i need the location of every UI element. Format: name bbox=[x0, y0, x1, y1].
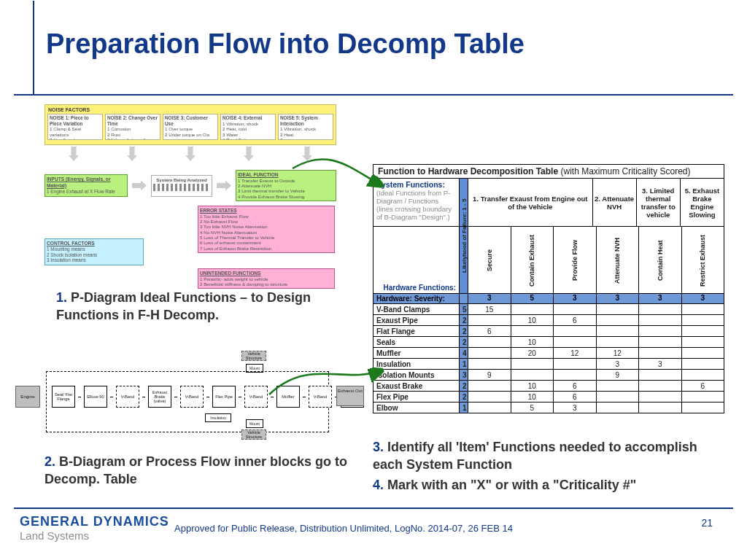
company-logo: GENERAL DYNAMICS Land Systems bbox=[20, 514, 169, 542]
b-diagram-block: V-Band bbox=[116, 386, 139, 408]
title-horizontal-rule bbox=[14, 94, 733, 96]
vehicle-structure-top: Vehicle Structure bbox=[241, 351, 266, 361]
system-box: System Being Analyzed bbox=[151, 175, 212, 197]
b-diagram-block: Seal/ Flat Flange bbox=[52, 386, 75, 408]
noise-factor-cell: NOISE 5: System Interaction1 Vibration, … bbox=[278, 114, 333, 140]
hardware-function-header: Restrict Exhaust bbox=[682, 226, 724, 293]
system-function-header: 3. Limited thermal transfer to vehicle bbox=[637, 178, 681, 226]
severity-cell: 3 bbox=[639, 293, 682, 303]
noise-factor-cell: NOISE 1: Piece to Piece Variation1 Clamp… bbox=[47, 114, 103, 140]
decomposition-table: Function to Hardware Decomposition Table… bbox=[373, 164, 724, 413]
error-states-box: ERROR STATES1 Too little Exhaust Flow 2 … bbox=[198, 206, 335, 253]
p-diagram: NOISE FACTORS NOISE 1: Piece to Piece Va… bbox=[44, 104, 336, 289]
severity-cell: 3 bbox=[468, 293, 511, 303]
page-number: 21 bbox=[701, 517, 713, 529]
b-diagram-block: Exhaust Brake (valve) bbox=[148, 386, 171, 408]
engine-block: Engine bbox=[15, 386, 40, 408]
hardware-function-header: Contain Heat bbox=[639, 226, 682, 293]
table-row: Insulation133 bbox=[374, 358, 724, 369]
likelihood-label: Likelyhood of Failure: 1 - 5 bbox=[459, 179, 469, 292]
table-row: Seals210 bbox=[374, 336, 724, 347]
system-functions-label: System Functions: bbox=[376, 180, 456, 189]
noise-factor-cell: NOISE 4: External1 Vibration, shock2 Hea… bbox=[220, 114, 276, 140]
b-diagram-block: V-Band bbox=[309, 386, 332, 408]
step-1-caption: 1. P-Diagram Ideal Functions – to Design… bbox=[56, 289, 333, 324]
approval-line: Approved for Public Release, Distributio… bbox=[174, 523, 513, 534]
b-diagram-block: V-Band bbox=[244, 386, 268, 408]
ideal-function-box: IDEAL FUNCTION1 Transfer Exaust to Outsi… bbox=[236, 170, 336, 201]
system-function-header: 2. Attenuate NVH bbox=[593, 178, 637, 226]
control-factors-box: CONTROL FACTORS1 Mounting means 2 Shock … bbox=[44, 238, 144, 265]
hardware-functions-label: Hardware Functions: bbox=[374, 226, 460, 293]
hardware-function-header: Provide Flow bbox=[554, 226, 597, 293]
noise-factor-cell: NOISE 3: Customer Use1 Over torque2 Unde… bbox=[163, 114, 218, 140]
table-row: Isolation Mounts399 bbox=[374, 369, 724, 380]
table-row: Exaust Pipe2106 bbox=[374, 314, 724, 325]
noise-factors-box: NOISE FACTORS NOISE 1: Piece to Piece Va… bbox=[44, 104, 336, 145]
step-4-caption: 4. Mark with an "X" or with a "Criticali… bbox=[373, 476, 723, 494]
b-diagram-block: Flex Pipe bbox=[212, 386, 236, 408]
step-2-caption: 2. B-Diagram or Process Flow inner block… bbox=[44, 453, 351, 489]
inputs-box: INPUTS (Energy, Signals, or Material)1 E… bbox=[44, 174, 128, 196]
insulation-block: Insulation bbox=[205, 413, 231, 422]
table-row: Flat Flange26 bbox=[374, 325, 724, 336]
severity-row: Hardware: Severity: 353333 bbox=[374, 293, 724, 303]
mount-bottom: Mount bbox=[246, 419, 263, 428]
hardware-function-header: Attenuate NVH bbox=[597, 226, 640, 293]
severity-cell: 3 bbox=[682, 293, 724, 303]
hardware-function-header: Contain Exhaust bbox=[511, 226, 554, 293]
severity-cell: 3 bbox=[554, 293, 597, 303]
noise-factor-cell: NOISE 2: Change Over Time1 Corrosion2 Ru… bbox=[105, 114, 160, 140]
table-row: Exaust Brake21066 bbox=[374, 380, 724, 391]
b-diagram-block: V-Band bbox=[180, 386, 204, 408]
title-vertical-rule bbox=[33, 1, 34, 94]
b-diagram-block: Elbow 90 bbox=[84, 386, 107, 408]
table-row: Muffler4201212 bbox=[374, 347, 724, 358]
table-row: Flex Pipe2106 bbox=[374, 391, 724, 402]
vehicle-structure-bottom: Vehicle Structure bbox=[241, 429, 266, 440]
table-row: V-Band Clamps515 bbox=[374, 303, 724, 314]
table-row: Elbow153 bbox=[374, 402, 724, 413]
system-function-header: 1. Transfer Exaust from Engine out of th… bbox=[468, 178, 593, 226]
system-function-header: 5. Exhaust Brake Engine Slowing bbox=[681, 178, 724, 226]
slide-title: Preparation Flow into Decomp Table bbox=[46, 28, 525, 60]
noise-factors-heading: NOISE FACTORS bbox=[48, 107, 333, 112]
footer-rule bbox=[14, 508, 733, 509]
slide: Preparation Flow into Decomp Table NOISE… bbox=[0, 0, 747, 560]
exhaust-out-block: Exhaust Out bbox=[336, 386, 364, 406]
step-3-caption: 3. Identify all 'Item' Functions needed … bbox=[373, 438, 723, 474]
unintended-functions-box: UNINTENDED FUNCTIONS1 Parasitic- adds we… bbox=[198, 268, 335, 289]
severity-cell: 5 bbox=[511, 293, 554, 303]
b-diagram-block: Muffler bbox=[276, 386, 300, 408]
severity-cell: 3 bbox=[597, 293, 640, 303]
b-diagram: Vehicle Structure Mount Engine Seal/ Fla… bbox=[15, 351, 364, 438]
footer: GENERAL DYNAMICS Land Systems Approved f… bbox=[14, 511, 733, 551]
hardware-function-header: Secure bbox=[468, 226, 511, 293]
decomp-title: Function to Hardware Decomposition Table… bbox=[374, 165, 724, 178]
